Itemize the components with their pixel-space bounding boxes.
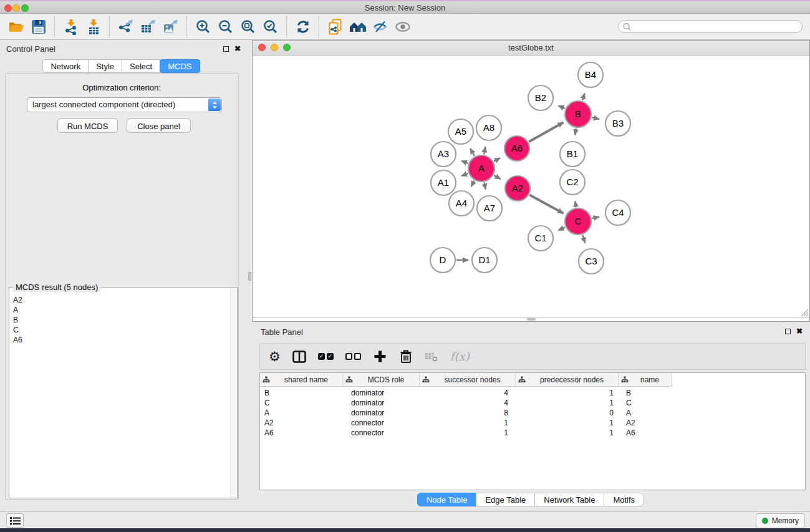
new-network-from-selection-button[interactable] (324, 16, 347, 38)
cell-predecessor-nodes[interactable]: 1 (516, 398, 619, 408)
graph-node-A2[interactable]: A2 (505, 176, 530, 201)
memory-button[interactable]: Memory (756, 513, 805, 528)
edge-A-A8[interactable] (484, 147, 485, 154)
import-network-button[interactable] (60, 16, 82, 38)
column-header-name[interactable]: name (619, 373, 672, 387)
cell-name[interactable]: A2 (619, 418, 672, 428)
cell-mcds-role[interactable]: connector (343, 428, 420, 438)
show-all-button[interactable] (392, 16, 414, 38)
task-history-button[interactable] (6, 513, 24, 528)
tab-motifs[interactable]: Motifs (604, 493, 644, 506)
tab-network[interactable]: Network (42, 59, 89, 73)
cell-successor-nodes[interactable]: 8 (420, 408, 516, 418)
export-network-button[interactable] (115, 16, 137, 38)
select-all-rows-button[interactable]: ✓ ✓ (318, 347, 334, 366)
graph-node-D[interactable]: D (430, 248, 455, 273)
graph-node-A6[interactable]: A6 (504, 136, 529, 161)
column-header-successor-nodes[interactable]: successor nodes (420, 373, 516, 387)
network-hscrollbar[interactable] (253, 317, 809, 321)
graph-node-A[interactable]: A (468, 155, 494, 181)
export-table-button[interactable] (137, 16, 160, 38)
column-header-mcds-role[interactable]: MCDS role (343, 373, 420, 387)
graph-node-B1[interactable]: B1 (560, 142, 585, 167)
graph-node-C3[interactable]: C3 (579, 249, 604, 274)
edge-A-A2[interactable] (494, 175, 501, 179)
graph-node-C[interactable]: C (565, 208, 591, 235)
table-panel-float-button[interactable] (785, 329, 791, 334)
cell-predecessor-nodes[interactable]: 1 (516, 418, 619, 428)
graph-node-B3[interactable]: B3 (605, 111, 630, 136)
edge-C-C4[interactable] (592, 217, 599, 218)
add-column-button[interactable] (373, 347, 387, 366)
open-session-button[interactable] (5, 16, 27, 38)
graph-node-C1[interactable]: C1 (528, 226, 553, 251)
cell-mcds-role[interactable]: connector (343, 418, 420, 428)
cell-name[interactable]: A6 (619, 428, 672, 438)
result-item-a[interactable]: A (13, 305, 219, 315)
table-row-a2[interactable]: A2connector11A2 (260, 418, 805, 428)
network-window-titlebar[interactable]: testGlobe.txt (253, 41, 809, 56)
graph-node-D1[interactable]: D1 (472, 248, 497, 273)
cell-shared-name[interactable]: C (260, 398, 343, 408)
cell-predecessor-nodes[interactable]: 1 (516, 428, 619, 438)
save-session-button[interactable] (27, 16, 50, 38)
zoom-fit-button[interactable] (237, 16, 259, 38)
edge-A-A6[interactable] (494, 158, 500, 162)
edge-C-C3[interactable] (582, 235, 585, 243)
column-header-predecessor-nodes[interactable]: predecessor nodes (516, 373, 619, 387)
table-row-a6[interactable]: A6connector11A6 (260, 428, 805, 438)
zoom-out-button[interactable] (215, 16, 237, 38)
edge-C-C2[interactable] (575, 201, 576, 208)
tab-mcds[interactable]: MCDS (160, 59, 200, 73)
delete-column-button[interactable] (399, 347, 413, 366)
zoom-selected-button[interactable] (259, 16, 282, 38)
close-panel-button[interactable]: Close panel (127, 118, 191, 133)
table-row-b[interactable]: Bdominator41B (260, 388, 805, 398)
search-input[interactable] (618, 20, 803, 33)
export-image-button[interactable] (160, 16, 182, 38)
cell-successor-nodes[interactable]: 4 (420, 388, 516, 398)
resize-grip-icon[interactable] (801, 309, 809, 317)
result-item-b[interactable]: B (13, 315, 219, 325)
refresh-view-button[interactable] (292, 16, 314, 38)
hide-selected-button[interactable] (369, 16, 392, 38)
graph-node-B[interactable]: B (565, 101, 591, 127)
graph-node-A8[interactable]: A8 (476, 115, 501, 140)
edge-A-A7[interactable] (485, 183, 486, 190)
graph-node-A1[interactable]: A1 (431, 170, 456, 195)
edge-A-A5[interactable] (470, 148, 475, 156)
cell-successor-nodes[interactable]: 1 (420, 418, 516, 428)
table-panel-close-button[interactable]: ✖ (796, 327, 803, 335)
optimization-criterion-dropdown[interactable]: largest connected component (directed) (27, 97, 222, 112)
edge-A-A4[interactable] (471, 181, 474, 186)
graph-node-B4[interactable]: B4 (578, 62, 603, 87)
graph-node-A3[interactable]: A3 (431, 142, 456, 167)
control-panel-float-button[interactable] (223, 46, 229, 52)
graph-node-A4[interactable]: A4 (449, 191, 474, 216)
result-item-a2[interactable]: A2 (13, 295, 219, 305)
column-visibility-button[interactable] (292, 347, 306, 366)
table-settings-button[interactable]: ⚙ (269, 347, 281, 366)
cell-name[interactable]: A (619, 408, 672, 418)
tab-edge-table[interactable]: Edge Table (476, 493, 535, 506)
network-graph-canvas[interactable]: AA1A2A3A4A5A6A7A8BB1B2B3B4CC1C2C3C4DD1 (253, 55, 809, 317)
edge-A-A3[interactable] (461, 161, 468, 163)
cell-shared-name[interactable]: B (260, 388, 343, 398)
cell-mcds-role[interactable]: dominator (343, 398, 420, 408)
edge-B-B4[interactable] (582, 94, 585, 101)
cell-name[interactable]: C (619, 398, 672, 408)
column-header-shared-name[interactable]: shared name (260, 373, 343, 387)
graph-node-B2[interactable]: B2 (528, 85, 553, 110)
table-row-c[interactable]: Cdominator41C (260, 398, 805, 408)
cell-mcds-role[interactable]: dominator (343, 408, 420, 418)
cell-name[interactable]: B (619, 388, 672, 398)
first-neighbors-button[interactable] (347, 16, 369, 38)
result-item-c[interactable]: C (13, 325, 219, 335)
control-panel-close-button[interactable]: ✖ (234, 45, 241, 52)
cell-predecessor-nodes[interactable]: 1 (516, 388, 619, 398)
tab-style[interactable]: Style (88, 59, 122, 73)
deselect-all-rows-button[interactable] (345, 347, 361, 366)
edge-A2-C[interactable] (529, 195, 563, 214)
result-scrollbar[interactable] (230, 288, 236, 497)
graph-node-A7[interactable]: A7 (477, 196, 502, 221)
